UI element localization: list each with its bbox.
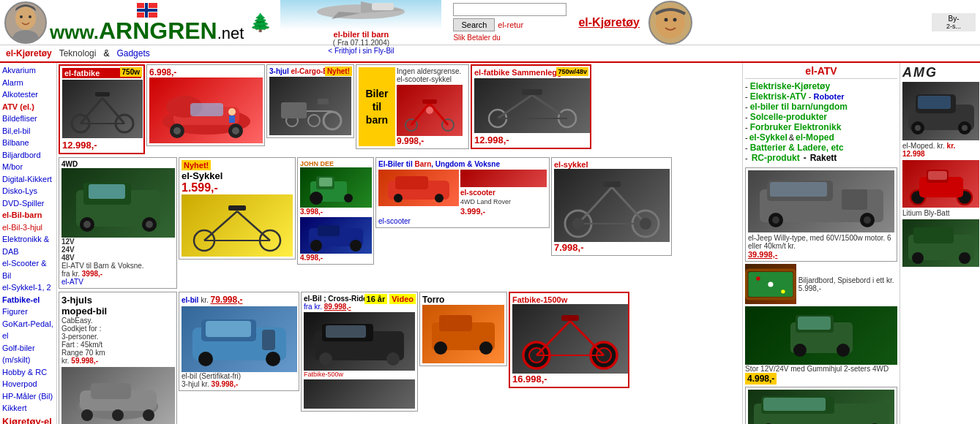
sidebar-item-atv[interactable]: ATV (el.) <box>2 101 54 113</box>
search-button[interactable]: Search <box>453 18 495 31</box>
top-title[interactable]: el-biler til barn <box>280 30 441 39</box>
el-sykkel-image <box>182 194 293 257</box>
product-3hjul-moped[interactable]: 3-hjulsmoped-bil CabEasy.Godkjet for :3-… <box>59 292 177 424</box>
search-input[interactable] <box>453 3 566 16</box>
sidebar-item-gokart[interactable]: GoKart-Pedal, el <box>2 318 54 342</box>
sidebar-item-biljardbord[interactable]: Biljardbord M/bor <box>2 149 54 173</box>
svg-point-77 <box>572 218 584 230</box>
fatbike-1500w-link[interactable]: Fatbike-1500w <box>512 295 567 304</box>
el-kjoretoy-big[interactable]: el-Kjøretøy <box>578 16 640 29</box>
sidebar-item-bilbane[interactable]: Bilbane <box>2 137 54 149</box>
sidebar-item-el-bil-3hjul[interactable]: el-Bil-3-hjul <box>2 222 54 234</box>
sidebar-item-alkotester[interactable]: Alkotester <box>2 88 54 101</box>
sidebar-item-figurer[interactable]: Figurer <box>2 306 54 318</box>
sidebar-item-bil[interactable]: Bil,el-bil <box>2 125 54 137</box>
nav-el-kjoretoy[interactable]: el-Kjøretøy <box>6 48 52 58</box>
sidebar-item-elektronikk[interactable]: Elektronikk & DAB <box>2 233 54 257</box>
product-torro[interactable]: Torro <box>419 292 507 366</box>
svg-point-9 <box>665 18 668 21</box>
sidebar-item-hobby[interactable]: Hobby & RC <box>2 366 54 379</box>
link-batterier[interactable]: Batterier & Ladere, etc <box>750 143 844 153</box>
top-link[interactable]: < Frithjof i sin Fly-Bil <box>280 47 441 55</box>
svg-rect-125 <box>798 317 831 330</box>
svg-point-78 <box>640 218 651 230</box>
link-elektrisk-atv[interactable]: Elektrisk-ATV <box>750 91 807 102</box>
el-retur-link[interactable]: el-retur <box>498 20 523 29</box>
4wd-label: 4WD <box>61 160 174 168</box>
sidebar-item-kikkert[interactable]: Kikkert <box>2 402 54 414</box>
sidebar-item-dvd[interactable]: DVD-Spiller <box>2 197 54 210</box>
link-roboter[interactable]: Roboter <box>813 92 844 101</box>
jeep-willy-price[interactable]: 39.998,- <box>748 250 777 259</box>
svg-rect-107 <box>561 315 579 321</box>
product-fatbike-sammenleggbar[interactable]: el-fatbike Sammenleggbar 750w/48v 12.998… <box>471 64 591 149</box>
svg-rect-26 <box>229 116 235 123</box>
nyhet-badge: Nyhet! <box>325 67 352 76</box>
product-cargo-bike[interactable]: Nyhet! 3-hjul el-Cargo-Bike <box>266 64 354 138</box>
svg-line-73 <box>578 187 612 224</box>
link-elektriske-kjoretoy[interactable]: Elektriske-Kjøretøy <box>750 81 830 91</box>
product-fatbike-750w[interactable]: el-fatbike 750w 12.998,- <box>59 64 145 154</box>
sidebar-item-digital[interactable]: Digital-Kikkert <box>2 173 54 186</box>
link-el-sykkel[interactable]: el-Sykkel <box>749 132 788 143</box>
svg-point-49 <box>83 221 91 228</box>
el-atv-link-small[interactable]: el-ATV <box>61 278 174 286</box>
badge-750w-48v: 750w/48v <box>556 67 588 76</box>
product-fatbike-1500w[interactable]: Fatbike-1500w 16.998,- <box>509 292 629 388</box>
svg-rect-68 <box>395 176 428 189</box>
slik-betaler-link[interactable]: Slik Betaler du <box>453 34 500 42</box>
fatbike500-image <box>304 379 415 409</box>
scooter-area: Ingen aldersgrense.el-scooter-sykkel 9.9… <box>397 67 466 146</box>
svg-rect-30 <box>281 102 307 118</box>
sidebar-item-el-bil-barn[interactable]: el-Bil-barn <box>2 209 54 222</box>
product-cross-rider[interactable]: el-Bil ; Cross-Rider fra kr. 89.998,- 16… <box>301 292 418 412</box>
svg-point-50 <box>146 221 153 228</box>
svg-rect-66 <box>318 225 340 236</box>
jeep-far-right-image <box>902 219 979 267</box>
el-sykkel-big-link[interactable]: el-sykkel <box>554 160 588 169</box>
torro-image <box>422 305 504 363</box>
scooter-strip-image <box>460 170 547 187</box>
link-forbruker[interactable]: Forbruker Elektronikk <box>750 122 842 132</box>
fatbike-sammenleggbar-price: 12.998,- <box>474 135 588 145</box>
svg-line-35 <box>411 103 430 125</box>
product-el-sykkel-big[interactable]: el-sykkel 7.998,- <box>551 157 672 256</box>
el-scooter-link[interactable]: el-scooter <box>378 217 547 225</box>
sidebar-item-el-sykkel[interactable]: el-Sykkel-1, 2 <box>2 281 54 294</box>
search-area: Search el-retur Slik Betaler du <box>453 3 566 42</box>
sidebar-item-fatbike[interactable]: Fatbike-el <box>2 294 54 306</box>
sidebar-item-akvarium[interactable]: Akvarium <box>2 64 54 77</box>
site-title[interactable]: www.ARNGREN.net <box>50 19 244 42</box>
amg-logo: AMG <box>902 65 978 80</box>
product-biler-combo[interactable]: Bilertilbarn Ingen aldersgrense.el-scoot… <box>356 64 469 149</box>
sidebar-item-alarm[interactable]: Alarm <box>2 77 54 89</box>
svg-rect-115 <box>842 189 867 210</box>
nav-gadgets[interactable]: Gadgets <box>116 48 149 58</box>
svg-point-65 <box>350 240 362 251</box>
el-bil-price-link[interactable]: 79.998,- <box>210 295 242 305</box>
badge-16ar: 16 år <box>364 294 388 304</box>
sidebar-item-hoverpod[interactable]: Hoverpod <box>2 378 54 390</box>
atv-small-image <box>300 217 372 254</box>
product-johndee-area[interactable]: JOHN DEE 3.998,- <box>297 157 374 265</box>
link-el-biler-barn-ungdom[interactable]: el-biler til barn/ungdom <box>750 102 848 112</box>
product-4wd-jeep[interactable]: 4WD 12V24V48V El-ATV til Barn & V <box>59 157 177 289</box>
sidebar-item-kjoretoy[interactable]: Kjøretøy-el <box>2 414 54 425</box>
sidebar-item-el-scooter[interactable]: el-Scooter & Bil <box>2 257 54 281</box>
sidebar-item-bildefliser[interactable]: Bildefliser <box>2 113 54 125</box>
product-sports-car[interactable]: 6.998,- <box>146 64 265 146</box>
product-el-sykkel-nyhet[interactable]: Nyhet! el-Sykkel 1.599,- <box>179 157 296 260</box>
product-el-bil-sertifikat[interactable]: el-bil kr. 79.998,- el-bil (Sertifikat-f… <box>179 292 299 391</box>
link-el-moped[interactable]: el-Moped <box>796 132 834 143</box>
product-elbiler-strip[interactable]: El-Biler til Barn, Ungdom & Voksne el-sc… <box>375 157 550 228</box>
sidebar-item-disko[interactable]: Disko-Lys <box>2 185 54 197</box>
svg-point-87 <box>198 352 213 366</box>
jeep-4wd-image <box>745 306 897 365</box>
sidebar-item-golf[interactable]: Golf-biler (m/skilt) <box>2 342 54 366</box>
el-biler-barn-link[interactable]: El-Biler til Barn, Ungdom & Voksne <box>378 160 500 168</box>
link-rc[interactable]: RC-produkt <box>752 153 800 163</box>
link-solcelle[interactable]: Solcelle-produkter <box>750 112 827 122</box>
sidebar-item-hpmaler[interactable]: HP-Måler (Bil) <box>2 390 54 403</box>
el-bil-link[interactable]: el-bil <box>182 296 198 304</box>
svg-point-84 <box>143 409 154 421</box>
